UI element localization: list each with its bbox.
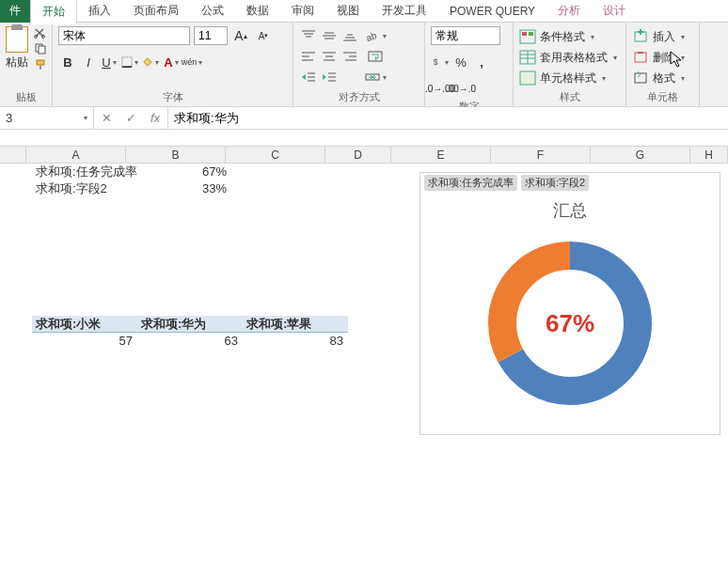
border-button[interactable]: ▾ — [120, 53, 139, 71]
name-box[interactable]: 3▾ — [0, 107, 94, 129]
cell-A2[interactable]: 求和项:字段2 — [32, 180, 164, 197]
chart-field-tag-2[interactable]: 求和项:字段2 — [521, 175, 589, 191]
cell-B2[interactable]: 33% — [164, 180, 231, 197]
group-alignment: ab▾ ▾ 对齐方式 — [293, 23, 425, 106]
col-header-D[interactable]: D — [325, 147, 391, 163]
group-styles: 条件格式▾ 套用表格格式▾ 单元格样式▾ 样式 — [514, 23, 626, 106]
svg-rect-6 — [122, 57, 132, 67]
col-header-F[interactable]: F — [491, 147, 591, 163]
cursor-icon — [670, 51, 685, 70]
svg-rect-4 — [37, 60, 44, 65]
group-cells: 插入▾ 删除▾ 格式▾ 单元格 — [626, 23, 700, 106]
name-box-value: 3 — [6, 111, 12, 125]
cell-B1[interactable]: 67% — [164, 164, 231, 180]
accounting-format-button[interactable]: $▾ — [431, 53, 450, 71]
align-right-button[interactable] — [340, 47, 359, 66]
table-format-button[interactable]: 套用表格格式▾ — [519, 47, 617, 68]
increase-indent-button[interactable] — [320, 68, 339, 86]
number-format-selector[interactable] — [431, 26, 500, 45]
align-top-button[interactable] — [299, 26, 318, 45]
cond-fmt-label: 条件格式 — [540, 29, 585, 45]
insert-cells-button[interactable]: 插入▾ — [632, 26, 685, 47]
increase-font-button[interactable]: A▴ — [231, 26, 250, 45]
svg-rect-38 — [529, 32, 533, 36]
svg-rect-5 — [40, 65, 41, 70]
align-middle-button[interactable] — [320, 26, 339, 45]
fill-color-button[interactable]: ▾ — [141, 53, 160, 71]
align-left-button[interactable] — [299, 47, 318, 66]
format-cells-label: 格式 — [653, 70, 675, 86]
tab-review[interactable]: 审阅 — [280, 0, 325, 23]
italic-button[interactable]: I — [79, 53, 98, 71]
col-header-B[interactable]: B — [126, 147, 226, 163]
tab-home[interactable]: 开始 — [30, 0, 77, 24]
copy-button[interactable] — [32, 42, 49, 55]
tab-data[interactable]: 数据 — [235, 0, 280, 23]
donut-chart: 67% — [482, 235, 658, 412]
enter-formula-button[interactable]: ✓ — [119, 107, 143, 130]
paste-label: 粘贴 — [6, 55, 28, 70]
tab-design[interactable]: 设计 — [592, 0, 637, 23]
chart-field-tag-1[interactable]: 求和项:任务完成率 — [424, 175, 517, 191]
ribbon-tabs: 件 开始 插入 页面布局 公式 数据 审阅 视图 开发工具 POWER QUER… — [0, 0, 728, 23]
formula-input[interactable] — [168, 107, 728, 129]
format-cells-button[interactable]: 格式▾ — [632, 68, 685, 88]
tab-power-query[interactable]: POWER QUERY — [438, 1, 546, 22]
cell-A1[interactable]: 求和项:任务完成率 — [32, 164, 164, 180]
svg-rect-3 — [39, 46, 45, 54]
svg-text:$: $ — [434, 57, 438, 67]
svg-text:ab: ab — [365, 30, 379, 42]
underline-button[interactable]: U▾ — [100, 53, 119, 71]
format-painter-button[interactable] — [32, 58, 49, 71]
conditional-format-button[interactable]: 条件格式▾ — [519, 26, 594, 47]
col-header-A[interactable]: A — [26, 147, 126, 163]
col-header-E[interactable]: E — [391, 147, 491, 163]
col-header-H[interactable]: H — [690, 147, 728, 163]
font-name-selector[interactable] — [58, 26, 190, 45]
tab-page-layout[interactable]: 页面布局 — [122, 0, 190, 23]
wrap-text-button[interactable] — [363, 47, 388, 66]
cut-button[interactable] — [32, 26, 49, 39]
cancel-formula-button[interactable]: ✕ — [94, 107, 119, 130]
orientation-button[interactable]: ab▾ — [363, 26, 388, 45]
fx-button[interactable]: fx — [143, 107, 167, 130]
group-label-clipboard: 贴板 — [6, 90, 46, 104]
font-color-button[interactable]: A▾ — [162, 53, 181, 71]
merge-button[interactable]: ▾ — [363, 68, 388, 86]
font-size-selector[interactable] — [194, 26, 228, 45]
paste-button[interactable]: 粘贴 — [6, 26, 28, 70]
tab-formulas[interactable]: 公式 — [190, 0, 235, 23]
pivot-header-3[interactable]: 求和项:苹果 — [243, 316, 348, 333]
select-all-button[interactable] — [0, 147, 26, 163]
percent-format-button[interactable]: % — [451, 53, 470, 71]
decrease-font-button[interactable]: A▾ — [254, 26, 273, 45]
cell-style-button[interactable]: 单元格样式▾ — [519, 68, 606, 88]
group-font: A▴ A▾ B I U▾ ▾ ▾ A▾ wén▾ 字体 — [53, 23, 293, 106]
formula-bar: 3▾ ✕ ✓ fx — [0, 107, 728, 130]
tab-insert[interactable]: 插入 — [77, 0, 122, 23]
pivot-chart[interactable]: 求和项:任务完成率 求和项:字段2 汇总 67% — [419, 172, 720, 435]
bold-button[interactable]: B — [58, 53, 77, 71]
donut-center-label: 67% — [546, 309, 594, 338]
decrease-indent-button[interactable] — [299, 68, 318, 86]
align-center-button[interactable] — [320, 47, 339, 66]
decrease-decimal-button[interactable]: .00→.0 — [451, 79, 470, 98]
phonetic-button[interactable]: wén▾ — [182, 53, 201, 71]
tab-file[interactable]: 件 — [0, 0, 30, 23]
comma-format-button[interactable]: , — [472, 53, 491, 71]
tab-analyze[interactable]: 分析 — [546, 0, 592, 23]
group-label-alignment: 对齐方式 — [299, 90, 419, 104]
col-header-C[interactable]: C — [226, 147, 325, 163]
pivot-value-3[interactable]: 83 — [243, 333, 348, 350]
align-bottom-button[interactable] — [340, 26, 359, 45]
pivot-value-1[interactable]: 57 — [32, 333, 137, 350]
ribbon: 粘贴 贴板 A▴ A▾ B I U▾ ▾ ▾ A▾ — [0, 23, 728, 107]
pivot-header-2[interactable]: 求和项:华为 — [137, 316, 243, 333]
pivot-value-2[interactable]: 63 — [137, 333, 243, 350]
pivot-header-1[interactable]: 求和项:小米 — [32, 316, 137, 333]
svg-rect-33 — [369, 52, 382, 61]
tab-developer[interactable]: 开发工具 — [371, 0, 438, 23]
tab-view[interactable]: 视图 — [325, 0, 371, 23]
group-label-styles: 样式 — [519, 90, 620, 104]
col-header-G[interactable]: G — [591, 147, 690, 163]
